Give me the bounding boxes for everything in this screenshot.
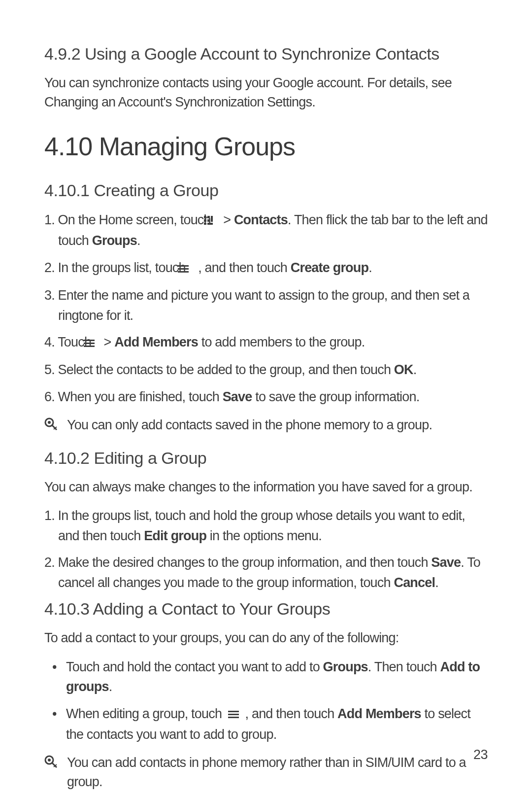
svg-rect-17 bbox=[228, 711, 239, 712]
text: > bbox=[100, 335, 114, 349]
bold-save: Save bbox=[223, 389, 252, 404]
step-2: 2. Make the desired changes to the group… bbox=[44, 553, 488, 592]
bold-edit-group: Edit group bbox=[144, 528, 206, 543]
text: . bbox=[413, 362, 417, 377]
steps-4-10-1: 1. On the Home screen, touch > Contacts.… bbox=[44, 210, 488, 407]
text: . bbox=[109, 679, 112, 694]
bullet-1: Touch and hold the contact you want to a… bbox=[44, 657, 488, 697]
svg-rect-5 bbox=[204, 223, 206, 225]
svg-rect-8 bbox=[178, 268, 189, 270]
svg-rect-1 bbox=[207, 216, 210, 218]
bold-cancel: Cancel bbox=[394, 575, 435, 590]
heading-4-10: 4.10 Managing Groups bbox=[44, 132, 488, 161]
bold-add-members: Add Members bbox=[114, 335, 198, 349]
para-intro: To add a contact to your groups, you can… bbox=[44, 628, 488, 648]
para-intro: You can always make changes to the infor… bbox=[44, 478, 488, 497]
page-number: 23 bbox=[473, 747, 488, 762]
text: in the options menu. bbox=[206, 528, 322, 543]
text: Touch and hold the contact you want to a… bbox=[66, 659, 323, 674]
step-5: 5. Select the contacts to be added to th… bbox=[44, 360, 488, 380]
svg-rect-12 bbox=[84, 346, 95, 347]
text: to add members to the group. bbox=[198, 335, 365, 349]
svg-rect-9 bbox=[178, 271, 189, 273]
text: When editing a group, touch bbox=[66, 706, 225, 721]
svg-rect-11 bbox=[84, 343, 95, 344]
bold-create-group: Create group bbox=[291, 260, 368, 275]
step-1: 1. On the Home screen, touch > Contacts.… bbox=[44, 210, 488, 251]
bold-save: Save bbox=[431, 555, 461, 570]
text: 5. Select the contacts to be added to th… bbox=[44, 362, 394, 377]
bold-groups: Groups bbox=[323, 659, 368, 674]
svg-rect-4 bbox=[207, 219, 210, 222]
note-icon bbox=[44, 755, 58, 769]
note-4-10-1: You can only add contacts saved in the p… bbox=[44, 416, 488, 435]
heading-4-10-3: 4.10.3 Adding a Contact to Your Groups bbox=[44, 599, 488, 619]
text: . bbox=[368, 260, 372, 275]
text: . bbox=[435, 575, 438, 590]
heading-4-10-1: 4.10.1 Creating a Group bbox=[44, 181, 488, 200]
note-text: You can only add contacts saved in the p… bbox=[67, 416, 432, 435]
section-4-10-1: 4.10.1 Creating a Group 1. On the Home s… bbox=[44, 181, 488, 435]
step-2: 2. In the groups list, touch , and then … bbox=[44, 258, 488, 278]
section-4-10-3: 4.10.3 Adding a Contact to Your Groups T… bbox=[44, 599, 488, 792]
bullet-2: When editing a group, touch , and then t… bbox=[44, 704, 488, 745]
bold-contacts: Contacts bbox=[234, 212, 288, 227]
text: to save the group information. bbox=[252, 389, 420, 404]
step-4: 4. Touch > Add Members to add members to… bbox=[44, 332, 488, 353]
text: . Then touch bbox=[368, 659, 440, 674]
heading-4-9-2: 4.9.2 Using a Google Account to Synchron… bbox=[44, 44, 488, 64]
step-6: 6. When you are finished, touch Save to … bbox=[44, 387, 488, 407]
text: 2. Make the desired changes to the group… bbox=[44, 555, 431, 570]
bold-groups: Groups bbox=[92, 233, 137, 248]
heading-4-10-2: 4.10.2 Editing a Group bbox=[44, 449, 488, 468]
svg-rect-10 bbox=[84, 340, 95, 341]
note-text: You can add contacts in phone memory rat… bbox=[67, 753, 488, 792]
text: , and then touch bbox=[195, 260, 290, 275]
para-4-9-2: You can synchronize contacts using your … bbox=[44, 73, 488, 112]
text: 2. In the groups list, touch bbox=[44, 260, 189, 275]
svg-rect-7 bbox=[178, 265, 189, 267]
section-4-10-2: 4.10.2 Editing a Group You can always ma… bbox=[44, 449, 488, 592]
svg-rect-18 bbox=[228, 714, 239, 715]
bullets-4-10-3: Touch and hold the contact you want to a… bbox=[44, 657, 488, 745]
note-icon bbox=[44, 417, 58, 431]
text: , and then touch bbox=[242, 706, 337, 721]
svg-rect-3 bbox=[204, 219, 206, 222]
svg-rect-0 bbox=[204, 216, 206, 218]
bold-add-members: Add Members bbox=[337, 706, 421, 721]
text: > bbox=[220, 212, 234, 227]
step-1: 1. In the groups list, touch and hold th… bbox=[44, 506, 488, 546]
step-3: 3. Enter the name and picture you want t… bbox=[44, 285, 488, 325]
text: 1. On the Home screen, touch bbox=[44, 212, 214, 227]
bold-ok: OK bbox=[394, 362, 413, 377]
section-4-9-2: 4.9.2 Using a Google Account to Synchron… bbox=[44, 44, 488, 112]
steps-4-10-2: 1. In the groups list, touch and hold th… bbox=[44, 506, 488, 592]
note-4-10-3: You can add contacts in phone memory rat… bbox=[44, 753, 488, 792]
svg-rect-19 bbox=[228, 717, 239, 718]
text: . bbox=[137, 233, 140, 248]
svg-point-21 bbox=[48, 759, 51, 762]
menu-icon bbox=[228, 704, 239, 725]
svg-point-14 bbox=[48, 421, 51, 424]
text: 6. When you are finished, touch bbox=[44, 389, 223, 404]
svg-rect-2 bbox=[211, 216, 213, 222]
svg-rect-6 bbox=[207, 223, 213, 225]
